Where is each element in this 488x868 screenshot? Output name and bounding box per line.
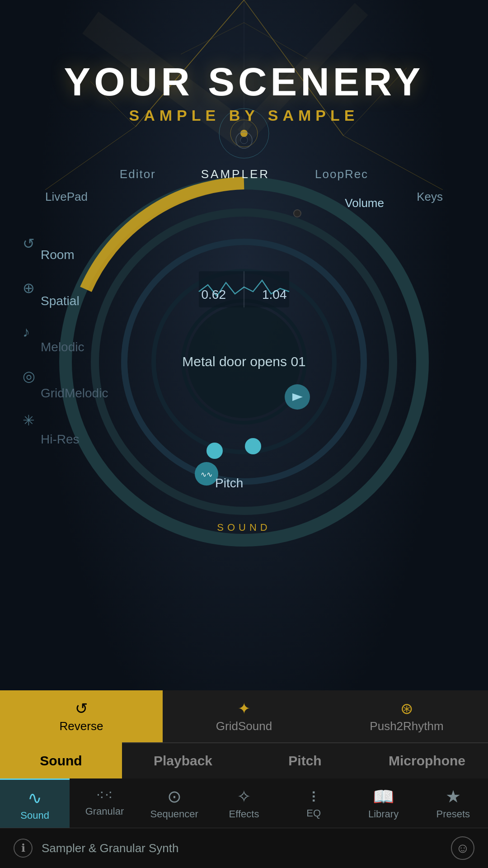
status-bar: ℹ Sampler & Granular Synth ☺ bbox=[0, 828, 488, 868]
presets-star-icon: ★ bbox=[418, 787, 488, 807]
side-icon-hires: ✳ bbox=[23, 412, 35, 429]
sample-name[interactable]: Metal door opens 01 bbox=[182, 354, 306, 369]
app-title: YOUR SCENERY bbox=[0, 59, 488, 105]
bottom-panel: ↺ Reverse ✦ GridSound ⊛ Push2Rhythm Soun… bbox=[0, 690, 488, 868]
nav-keys[interactable]: Keys bbox=[417, 190, 443, 204]
tab-pitch[interactable]: Pitch bbox=[244, 742, 366, 778]
svg-text:∿∿: ∿∿ bbox=[201, 471, 212, 478]
tab-playback[interactable]: Playback bbox=[122, 742, 244, 778]
tab2-push2rhythm[interactable]: ⊛ Push2Rhythm bbox=[325, 690, 488, 742]
granular-icon: ⁖⁖ bbox=[70, 787, 139, 804]
side-icon-melodic: ♪ bbox=[23, 324, 35, 340]
sound-circle-label: SOUND bbox=[217, 522, 271, 533]
tab3-sequencer[interactable]: ⊙ Sequencer bbox=[140, 778, 209, 828]
main-tab-row: Sound Playback Pitch Microphone bbox=[0, 742, 488, 778]
pitch-label: Pitch bbox=[215, 476, 243, 491]
tab-microphone[interactable]: Microphone bbox=[366, 742, 488, 778]
status-text: Sampler & Granular Synth bbox=[42, 841, 451, 855]
sequencer-icon: ⊙ bbox=[140, 787, 209, 807]
tab2-gridsound[interactable]: ✦ GridSound bbox=[163, 690, 325, 742]
side-label-gridmelodic[interactable]: GridMelodic bbox=[41, 386, 108, 401]
effect-tab-row: ↺ Reverse ✦ GridSound ⊛ Push2Rhythm bbox=[0, 690, 488, 742]
nav-livepad[interactable]: LivePad bbox=[45, 190, 88, 204]
side-icon-spatial: ⊕ bbox=[23, 279, 35, 297]
side-icon-room: ↺ bbox=[23, 235, 35, 252]
app-subtitle: SAMPLE BY SAMPLE bbox=[0, 107, 488, 124]
nav-tab-looprec[interactable]: LoopRec bbox=[315, 167, 368, 181]
tab3-eq[interactable]: ⫶ EQ bbox=[279, 778, 348, 828]
side-label-room[interactable]: Room bbox=[41, 248, 108, 262]
tab3-library[interactable]: 📖 Library bbox=[348, 778, 418, 828]
svg-point-26 bbox=[206, 443, 223, 459]
eq-icon: ⫶ bbox=[279, 787, 348, 806]
side-label-melodic[interactable]: Melodic bbox=[41, 340, 108, 354]
waveform-val1: 0.62 bbox=[202, 288, 226, 302]
side-icon-gridmelodic: ◎ bbox=[23, 368, 35, 385]
side-menu-icons: ↺ ⊕ ♪ ◎ ✳ bbox=[23, 235, 35, 429]
tab3-sound[interactable]: ∿ Sound bbox=[0, 778, 70, 828]
sound-wave-icon: ∿ bbox=[0, 788, 70, 808]
push2rhythm-icon: ⊛ bbox=[325, 699, 488, 717]
tab3-effects[interactable]: ✧ Effects bbox=[209, 778, 279, 828]
waveform-val2: 1.04 bbox=[262, 288, 287, 302]
gridsound-icon: ✦ bbox=[163, 699, 325, 717]
smiley-button[interactable]: ☺ bbox=[451, 836, 474, 860]
nav-tab-sampler[interactable]: SAMPLER bbox=[201, 167, 270, 181]
svg-point-24 bbox=[294, 210, 301, 217]
tab2-reverse[interactable]: ↺ Reverse bbox=[0, 690, 163, 742]
tab3-presets[interactable]: ★ Presets bbox=[418, 778, 488, 828]
nav-tabs: Editor SAMPLER LoopRec bbox=[0, 167, 488, 181]
library-icon: 📖 bbox=[348, 787, 418, 807]
nav-tab-editor[interactable]: Editor bbox=[120, 167, 156, 181]
mode-tab-row: ∿ Sound ⁖⁖ Granular ⊙ Sequencer ✧ Effect… bbox=[0, 778, 488, 828]
svg-point-27 bbox=[245, 438, 261, 454]
side-menu-labels: Room Spatial Melodic GridMelodic Hi-Res bbox=[41, 248, 108, 447]
reverse-icon: ↺ bbox=[0, 699, 163, 717]
tab3-granular[interactable]: ⁖⁖ Granular bbox=[70, 778, 139, 828]
tab-sound[interactable]: Sound bbox=[0, 742, 122, 778]
side-label-spatial[interactable]: Spatial bbox=[41, 294, 108, 308]
info-button[interactable]: ℹ bbox=[14, 839, 33, 858]
sampler-circle: ∿∿ Volume 0.62 1.04 Metal door opens 01 … bbox=[59, 176, 429, 547]
side-label-hires[interactable]: Hi-Res bbox=[41, 432, 108, 447]
effects-icon: ✧ bbox=[209, 787, 279, 807]
